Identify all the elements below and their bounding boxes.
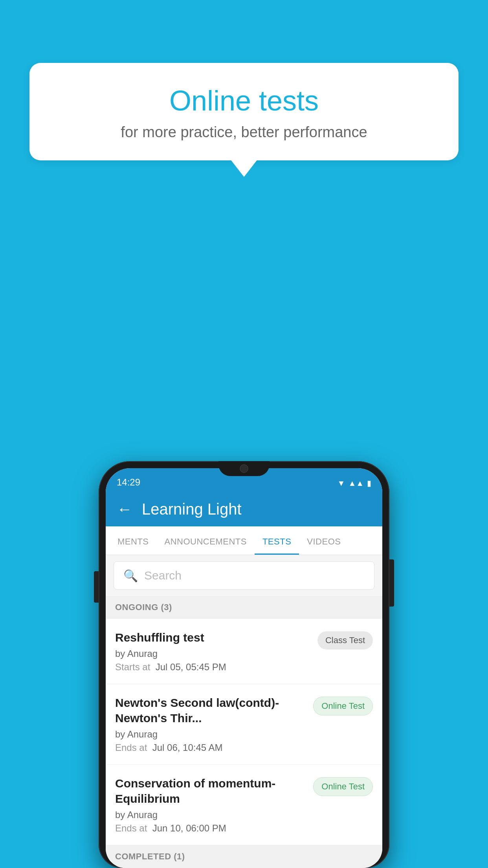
tab-videos[interactable]: VIDEOS [299, 526, 349, 555]
app-header: ← Learning Light [106, 492, 382, 526]
test-item-3[interactable]: Conservation of momentum-Equilibrium by … [106, 765, 382, 845]
search-placeholder: Search [144, 569, 182, 582]
tab-announcements[interactable]: ANNOUNCEMENTS [157, 526, 255, 555]
test-name-1: Reshuffling test [115, 630, 311, 645]
battery-icon: ▮ [367, 478, 371, 488]
test-time-value-2: Jul 06, 10:45 AM [152, 742, 223, 753]
ongoing-section-header: ONGOING (3) [106, 596, 382, 619]
test-item-1[interactable]: Reshuffling test by Anurag Starts at Jul… [106, 619, 382, 684]
test-time-1: Starts at Jul 05, 05:45 PM [115, 662, 311, 673]
status-icons: ▼ ▲▲ ▮ [338, 478, 371, 488]
test-time-3: Ends at Jun 10, 06:00 PM [115, 823, 307, 834]
speech-bubble-subtitle: for more practice, better performance [53, 124, 435, 141]
test-name-2: Newton's Second law(contd)-Newton's Thir… [115, 695, 307, 726]
phone-screen: 14:29 ▼ ▲▲ ▮ ← Learning Light MENTS ANNO… [106, 468, 382, 868]
tab-ments[interactable]: MENTS [110, 526, 157, 555]
test-name-3: Conservation of momentum-Equilibrium [115, 776, 307, 806]
search-container: 🔍 Search [106, 555, 382, 596]
test-info-3: Conservation of momentum-Equilibrium by … [115, 776, 307, 834]
test-badge-2: Online Test [313, 697, 373, 715]
phone-camera [240, 464, 248, 473]
test-badge-3: Online Test [313, 777, 373, 796]
ongoing-section-title: ONGOING (3) [115, 602, 172, 612]
test-time-label-2: Ends at [115, 742, 147, 753]
test-item-2[interactable]: Newton's Second law(contd)-Newton's Thir… [106, 684, 382, 765]
tab-tests[interactable]: TESTS [255, 526, 299, 555]
back-button[interactable]: ← [117, 500, 132, 518]
signal-icon: ▲▲ [348, 479, 364, 488]
test-badge-1: Class Test [317, 631, 373, 649]
tabs-bar: MENTS ANNOUNCEMENTS TESTS VIDEOS [106, 526, 382, 555]
wifi-icon: ▼ [338, 479, 345, 488]
test-time-label-1: Starts at [115, 662, 150, 672]
phone-outer: 14:29 ▼ ▲▲ ▮ ← Learning Light MENTS ANNO… [99, 461, 389, 868]
test-list: Reshuffling test by Anurag Starts at Jul… [106, 619, 382, 845]
test-author-2: by Anurag [115, 729, 307, 740]
test-time-label-3: Ends at [115, 823, 147, 833]
test-info-1: Reshuffling test by Anurag Starts at Jul… [115, 630, 311, 673]
speech-bubble-title: Online tests [53, 85, 435, 117]
phone-mockup: 14:29 ▼ ▲▲ ▮ ← Learning Light MENTS ANNO… [99, 461, 389, 868]
status-time: 14:29 [117, 477, 140, 488]
search-bar[interactable]: 🔍 Search [114, 561, 374, 590]
test-time-value-3: Jun 10, 06:00 PM [152, 823, 226, 833]
test-info-2: Newton's Second law(contd)-Newton's Thir… [115, 695, 307, 753]
speech-bubble-container: Online tests for more practice, better p… [29, 63, 459, 160]
test-time-2: Ends at Jul 06, 10:45 AM [115, 742, 307, 753]
search-icon: 🔍 [123, 569, 138, 583]
completed-section-title: COMPLETED (1) [115, 851, 185, 861]
phone-notch [218, 461, 270, 476]
test-time-value-1: Jul 05, 05:45 PM [156, 662, 226, 672]
app-title: Learning Light [142, 500, 242, 518]
speech-bubble: Online tests for more practice, better p… [29, 63, 459, 160]
test-author-3: by Anurag [115, 809, 307, 820]
completed-section-header: COMPLETED (1) [106, 845, 382, 868]
test-author-1: by Anurag [115, 648, 311, 659]
